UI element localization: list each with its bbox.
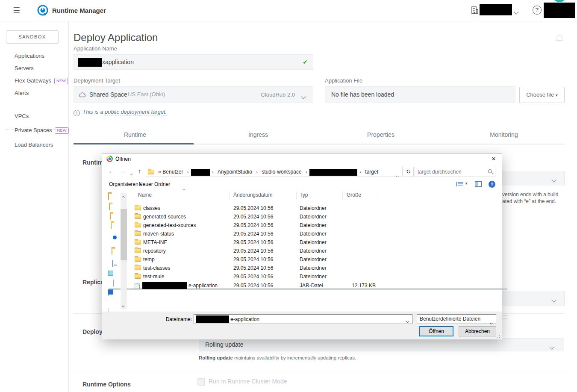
application-name-value: xapplication xyxy=(102,59,134,65)
file-row[interactable]: test-mule29.05.2024 10:56Dateiordner xyxy=(129,272,377,281)
search-icon xyxy=(488,169,492,173)
runtime-version-dropdown-partial[interactable] xyxy=(501,171,565,186)
tab-runtime[interactable]: Runtime xyxy=(74,131,197,138)
scrollbar-thumb[interactable] xyxy=(121,209,127,260)
folder-icon[interactable] xyxy=(111,222,112,229)
sidebar-item-applications[interactable]: Applications xyxy=(15,53,44,59)
sidebar-item-alerts[interactable]: Alerts xyxy=(15,90,29,96)
sidebar-item-servers[interactable]: Servers xyxy=(15,65,34,71)
path-segment[interactable]: AnypointStudio xyxy=(218,169,252,175)
history-chevron-icon[interactable] xyxy=(130,170,132,176)
open-file-dialog: Öffnen ✕ ← → ↑ « Benutzer › › AnypointSt… xyxy=(102,153,502,339)
folder-icon[interactable] xyxy=(110,213,111,220)
back-icon[interactable]: ← xyxy=(108,167,115,174)
avatar[interactable] xyxy=(554,0,565,2)
choose-file-caret-icon: ▾ xyxy=(556,93,558,97)
redacted-user-menu[interactable] xyxy=(544,3,575,18)
view-options-icon[interactable] xyxy=(456,182,463,187)
deployment-section-label: Deploy xyxy=(82,328,103,335)
address-bar[interactable]: « Benutzer › › AnypointStudio › studio-w… xyxy=(146,167,403,177)
redacted-path-segment[interactable] xyxy=(309,169,357,176)
organization-icon[interactable] xyxy=(471,6,479,16)
update-strategy-dropdown[interactable]: Rolling update xyxy=(199,338,564,351)
tab-monitoring[interactable]: Monitoring xyxy=(442,131,565,138)
this-pc-icon[interactable] xyxy=(112,260,113,267)
sidebar-item-load-balancers[interactable]: Load Balancers xyxy=(15,141,53,148)
open-button[interactable]: Öffnen xyxy=(419,326,453,336)
dialog-title-bar[interactable]: Öffnen ✕ xyxy=(102,153,502,165)
filetype-chevron-icon xyxy=(490,318,492,327)
help-icon[interactable]: ? xyxy=(533,6,542,15)
file-row[interactable]: generated-test-sources29.05.2024 10:56Da… xyxy=(129,221,377,230)
tab-properties[interactable]: Properties xyxy=(319,131,442,138)
folder-icon xyxy=(135,223,141,227)
filetype-dropdown[interactable]: Benutzerdefinierte Dateien xyxy=(417,314,496,324)
runtime-version-help-text: version ends with a build ated with “e” … xyxy=(502,192,577,205)
file-row[interactable]: classes29.05.2024 10:56Dateiordner xyxy=(129,204,377,212)
file-row[interactable]: maven-status29.05.2024 10:56Dateiordner xyxy=(129,230,377,238)
cancel-button[interactable]: Abbrechen xyxy=(459,326,496,336)
3d-objects-icon[interactable] xyxy=(108,271,113,276)
resize-grip[interactable] xyxy=(496,334,500,339)
tab-ingress[interactable]: Ingress xyxy=(197,131,320,138)
address-dropdown-chevron-icon[interactable] xyxy=(397,171,399,177)
folder-icon[interactable] xyxy=(108,193,109,200)
file-row[interactable]: repository29.05.2024 10:56Dateiordner xyxy=(129,247,377,255)
sidebar-item-private-spaces[interactable]: Private SpacesNEW xyxy=(15,127,69,134)
dialog-close-icon[interactable]: ✕ xyxy=(487,154,500,164)
file-row[interactable]: test-classes29.05.2024 10:56Dateiordner xyxy=(129,264,377,272)
application-name-field[interactable]: xapplication ✔ xyxy=(74,54,313,70)
file-row[interactable]: temp29.05.2024 10:56Dateiordner xyxy=(129,255,377,264)
desktop-icon[interactable] xyxy=(108,289,113,295)
sidebar: SANDBOX Applications Servers Flex Gatewa… xyxy=(0,21,69,392)
public-target-link[interactable]: public deployment target. xyxy=(105,109,167,115)
column-header-name[interactable]: Name xyxy=(138,192,152,198)
sidebar-item-flex-gateways[interactable]: Flex GatewaysNEW xyxy=(15,77,68,85)
dialog-help-icon[interactable]: ? xyxy=(489,181,495,188)
environment-button[interactable]: SANDBOX xyxy=(6,30,59,44)
view-caret-icon[interactable]: ▾ xyxy=(465,181,468,186)
folder-icon[interactable] xyxy=(109,203,110,210)
filename-label: Dateiname: xyxy=(145,316,192,322)
folder-icon[interactable] xyxy=(112,248,112,255)
file-row[interactable]: generated-sources29.05.2024 10:56Dateior… xyxy=(129,212,377,221)
tab-active-underline xyxy=(74,143,194,144)
notifications-bell-icon[interactable] xyxy=(555,33,564,44)
filename-input[interactable]: e-application xyxy=(194,314,412,324)
scroll-down-icon[interactable] xyxy=(122,302,124,308)
up-icon[interactable]: ↑ xyxy=(138,167,141,174)
deployment-target-field[interactable]: Shared Space US East (Ohio) CloudHub 2.0 xyxy=(74,86,313,103)
file-row[interactable]: META-INF29.05.2024 10:56Dateiordner xyxy=(129,238,377,247)
valid-check-icon: ✔ xyxy=(303,59,308,65)
search-box[interactable] xyxy=(415,167,495,177)
column-header-size[interactable]: Größe xyxy=(347,192,361,198)
replicas-dropdown-partial[interactable] xyxy=(501,291,565,306)
organize-button[interactable]: Organisieren ▾ xyxy=(109,181,142,187)
search-input[interactable] xyxy=(418,168,484,176)
business-group-chevron-icon[interactable] xyxy=(515,8,518,15)
application-file-label: Application File xyxy=(325,77,362,84)
redacted-path-segment[interactable] xyxy=(191,169,210,176)
path-segment[interactable]: target xyxy=(365,169,378,175)
path-segment[interactable]: studio-workspace xyxy=(262,169,301,175)
preview-pane-icon[interactable] xyxy=(475,181,482,187)
choose-file-button[interactable]: Choose file ▾ xyxy=(519,87,565,103)
scroll-up-icon[interactable] xyxy=(122,194,124,200)
path-separator-icon: › xyxy=(359,169,361,174)
column-header-date[interactable]: Änderungsdatum xyxy=(233,192,272,198)
hamburger-menu-icon[interactable]: ☰ xyxy=(13,6,20,15)
redacted-business-group[interactable] xyxy=(480,4,512,15)
column-header-type[interactable]: Typ xyxy=(300,192,308,198)
sidebar-item-vpcs[interactable]: VPCs xyxy=(15,113,29,119)
refresh-icon[interactable]: ↻ xyxy=(403,167,414,177)
path-segment[interactable]: « Benutzer xyxy=(158,169,183,175)
new-folder-button[interactable]: Neuer Ordner xyxy=(139,181,170,187)
jar-file-icon xyxy=(135,283,140,289)
filename-dropdown-chevron-icon[interactable] xyxy=(406,318,409,324)
cluster-mode-checkbox[interactable] xyxy=(197,378,205,386)
file-row-selected[interactable]: e-application 29.05.2024 10:56 JAR-Datei… xyxy=(129,281,377,290)
filename-value: e-application xyxy=(230,316,259,322)
navpane-scrollbar[interactable] xyxy=(121,193,127,309)
dialog-title: Öffnen xyxy=(115,156,131,162)
target-chevron-icon xyxy=(302,92,305,100)
